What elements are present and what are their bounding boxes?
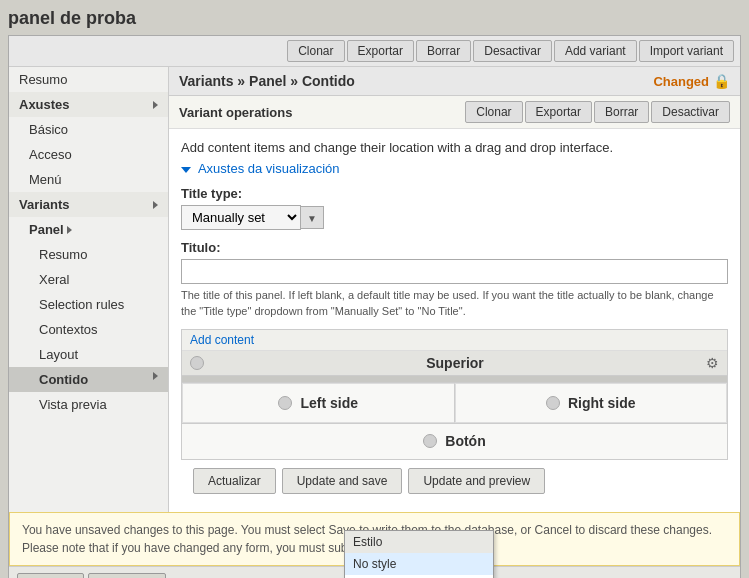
dropdown-popup-item-no-style[interactable]: No style [345, 553, 493, 575]
add-content-row: Add content [182, 330, 727, 351]
borrar-btn[interactable]: Borrar [416, 40, 471, 62]
chevron-right-icon-variants [153, 201, 158, 209]
variant-exportar-btn[interactable]: Exportar [525, 101, 592, 123]
sidebar-item-acceso[interactable]: Acceso [9, 142, 168, 167]
changed-badge: Changed 🔒 [653, 73, 730, 89]
gardar-btn[interactable]: Gardar [17, 573, 84, 578]
variant-ops-bar: Variant operations Clonar Exportar Borra… [169, 96, 740, 129]
breadcrumb: Variants » Panel » Contido [179, 73, 355, 89]
chevron-right-icon-contido [153, 372, 158, 380]
import-variant-btn[interactable]: Import variant [639, 40, 734, 62]
input-hint: The title of this panel. If left blank, … [181, 288, 728, 319]
sidebar-item-basico[interactable]: Básico [9, 117, 168, 142]
superior-label: Superior [204, 355, 706, 371]
two-col-regions: Left side Right side [182, 382, 727, 423]
sidebar-item-contextos[interactable]: Contextos [9, 317, 168, 342]
left-circle-icon [278, 396, 292, 410]
title-type-label: Title type: [181, 186, 728, 201]
gear-icon[interactable]: ⚙ [706, 355, 719, 371]
left-region: Left side [182, 383, 455, 423]
boton-circle-icon [423, 434, 437, 448]
variant-borrar-btn[interactable]: Borrar [594, 101, 649, 123]
left-side-label: Left side [300, 395, 358, 411]
right-region: Right side [455, 383, 728, 423]
top-toolbar: Clonar Exportar Borrar Desactivar Add va… [9, 36, 740, 67]
sidebar-item-layout[interactable]: Layout [9, 342, 168, 367]
sidebar-item-variants[interactable]: Variants [9, 192, 168, 217]
cancelar-btn[interactable]: Cancelar [88, 573, 166, 578]
outer-wrapper: panel de proba Clonar Exportar Borrar De… [0, 0, 749, 578]
content-section: Add content items and change their locat… [169, 129, 740, 512]
sidebar-item-panel-resumo[interactable]: Resumo [9, 242, 168, 267]
title-type-select[interactable]: Manually set [181, 205, 301, 230]
variant-ops-btns: Clonar Exportar Borrar Desactivar [465, 101, 730, 123]
content-area: Variants » Panel » Contido Changed 🔒 Var… [169, 67, 740, 512]
sidebar-item-resumo[interactable]: Resumo [9, 67, 168, 92]
dropdown-arrow-btn[interactable] [301, 206, 324, 229]
sidebar-item-panel[interactable]: Panel [9, 217, 168, 242]
dropdown-popup: Estilo No style Cambiar [344, 530, 494, 578]
titulo-label: Titulo: [181, 240, 728, 255]
right-circle-icon [546, 396, 560, 410]
add-variant-btn[interactable]: Add variant [554, 40, 637, 62]
clonar-btn[interactable]: Clonar [287, 40, 344, 62]
add-content-link[interactable]: Add content [190, 333, 254, 347]
sidebar-item-vista-previa[interactable]: Vista previa [9, 392, 168, 417]
page-title: panel de proba [8, 8, 741, 29]
chevron-right-icon-panel [67, 226, 72, 234]
main-layout: Resumo Axustes Básico Acceso Menú Varian… [9, 67, 740, 512]
title-type-dropdown-wrapper: Manually set [181, 205, 728, 230]
lock-icon: 🔒 [713, 73, 730, 89]
action-buttons: Actualizar Update and save Update and pr… [181, 460, 728, 502]
superior-circle-icon [190, 356, 204, 370]
update-preview-btn[interactable]: Update and preview [408, 468, 545, 494]
titulo-input[interactable] [181, 259, 728, 284]
boton-label: Botón [445, 433, 485, 449]
sidebar: Resumo Axustes Básico Acceso Menú Varian… [9, 67, 169, 512]
variant-desactivar-btn[interactable]: Desactivar [651, 101, 730, 123]
panel-layout: Estilo No style Cambiar Add content Supe… [181, 329, 728, 460]
sidebar-item-selection-rules[interactable]: Selection rules [9, 292, 168, 317]
boton-region: Botón [182, 423, 727, 459]
triangle-down-icon [181, 167, 191, 173]
variant-ops-label: Variant operations [179, 105, 292, 120]
superior-region: Superior ⚙ [182, 351, 727, 376]
actualizar-btn[interactable]: Actualizar [193, 468, 276, 494]
right-side-label: Right side [568, 395, 636, 411]
sidebar-item-menu[interactable]: Menú [9, 167, 168, 192]
breadcrumb-bar: Variants » Panel » Contido Changed 🔒 [169, 67, 740, 96]
chevron-right-icon [153, 101, 158, 109]
exportar-btn[interactable]: Exportar [347, 40, 414, 62]
variant-clonar-btn[interactable]: Clonar [465, 101, 522, 123]
desactivar-btn[interactable]: Desactivar [473, 40, 552, 62]
settings-link[interactable]: Axustes da visualización [198, 161, 340, 176]
dropdown-popup-header: Estilo [345, 531, 493, 553]
update-save-btn[interactable]: Update and save [282, 468, 403, 494]
sidebar-item-xeral[interactable]: Xeral [9, 267, 168, 292]
main-container: Clonar Exportar Borrar Desactivar Add va… [8, 35, 741, 578]
info-text: Add content items and change their locat… [181, 139, 728, 157]
sidebar-item-axustes[interactable]: Axustes [9, 92, 168, 117]
sidebar-item-contido[interactable]: Contido [9, 367, 168, 392]
